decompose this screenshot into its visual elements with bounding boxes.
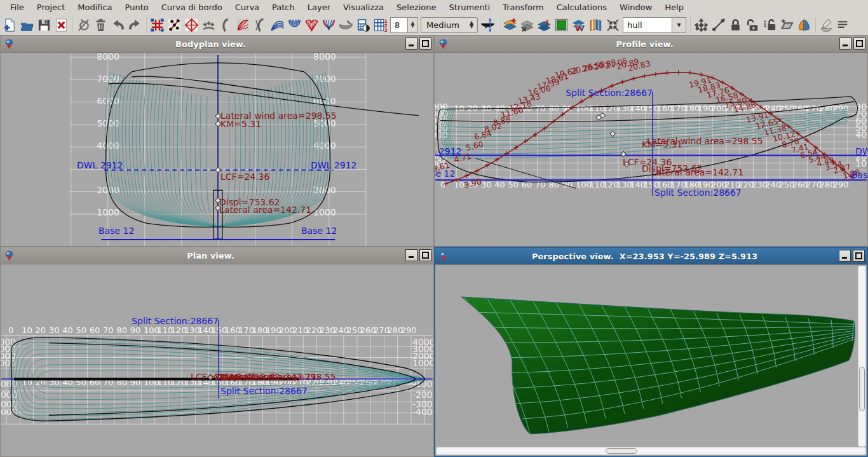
menu-curva-di-bordo[interactable]: Curva di bordo [155, 1, 229, 14]
bodyplan-titlebar[interactable]: Bodyplan view. [1, 36, 433, 53]
insert-edge-button[interactable] [710, 17, 727, 34]
shear-transform-button[interactable] [778, 17, 796, 34]
lock-points-icon [728, 18, 743, 32]
notes-partial-button[interactable] [835, 17, 852, 34]
minimize-button[interactable] [405, 249, 417, 261]
close-file-button[interactable] [53, 17, 70, 34]
layer-color-swatch-icon [554, 18, 569, 32]
layer-color-swatch-button[interactable] [553, 17, 570, 34]
show-buttocks-button[interactable] [217, 17, 234, 34]
combo-arrows-icon[interactable]: ▲▼ [466, 21, 477, 29]
reset-views-icon [606, 18, 620, 32]
new-file-button[interactable] [1, 17, 18, 34]
menu-project[interactable]: Project [31, 1, 71, 14]
lock-points-button[interactable] [727, 17, 744, 34]
minimize-button[interactable] [405, 38, 417, 50]
lcf-value: LCF=24.36 [220, 172, 269, 182]
svg-text:3: 3 [384, 27, 388, 32]
undo-button[interactable] [109, 17, 126, 34]
interior-edges-button[interactable] [149, 17, 166, 34]
menu-calculations[interactable]: Calculations [550, 1, 613, 14]
pin-icon [4, 250, 14, 261]
show-curvature-button[interactable] [234, 17, 252, 34]
deselect-all-button[interactable] [75, 17, 92, 34]
show-control-points-button[interactable] [166, 17, 183, 34]
move-point-button[interactable] [693, 17, 710, 34]
layer-add-button[interactable] [501, 17, 519, 34]
profile-titlebar[interactable]: Profile view. [435, 36, 867, 53]
active-layer-value[interactable]: hull [623, 17, 672, 33]
base-label-right: Base 12 [301, 226, 337, 236]
perspective-title: Perspective view. X=23.953 Y=-25.989 Z=5… [454, 252, 835, 261]
maximize-button[interactable] [419, 249, 431, 261]
show-waterlines-button[interactable] [252, 17, 269, 34]
layer-remove-button[interactable] [519, 17, 536, 34]
menu-window[interactable]: Window [613, 1, 658, 14]
show-control-net-icon [184, 18, 199, 32]
open-file-button[interactable] [18, 17, 36, 34]
perspective-titlebar[interactable]: Perspective view. X=23.953 Y=-25.989 Z=5… [435, 248, 867, 265]
spinner-buttons[interactable]: ▲▼ [408, 17, 418, 33]
toolbar-separator [815, 17, 816, 33]
precision-value[interactable]: Medium [421, 20, 466, 30]
menu-transform[interactable]: Transform [496, 1, 550, 14]
dwl-label-left: DWL 2912 [77, 160, 123, 170]
menu-punto[interactable]: Punto [119, 1, 155, 14]
chevron-down-icon[interactable]: ▼ [672, 17, 686, 33]
show-control-net-button[interactable] [183, 17, 200, 34]
show-wings-button[interactable] [303, 17, 320, 34]
menu-visualizza[interactable]: Visualizza [337, 1, 390, 14]
mirror-model-button[interactable] [796, 17, 813, 34]
minimize-button[interactable] [839, 250, 851, 262]
menu-strumenti[interactable]: Strumenti [443, 1, 497, 14]
delete-selection-button[interactable] [92, 17, 109, 34]
layer-properties-button[interactable]: i [536, 17, 553, 34]
subdivision-value[interactable]: 8 [390, 17, 408, 33]
shade-hull-button[interactable] [337, 17, 355, 34]
design-draft-button[interactable] [479, 17, 496, 34]
hydrostatics-calc-button[interactable] [355, 17, 372, 34]
show-buttocks-icon [219, 18, 233, 32]
layer-combo[interactable]: hull▼ [623, 17, 686, 33]
check-model-button[interactable] [818, 17, 835, 34]
layer-auto-group-button[interactable]: V [570, 17, 587, 34]
menu-selezione[interactable]: Selezione [390, 1, 443, 14]
plan-titlebar[interactable]: Plan view. [1, 247, 433, 264]
lateral-area-value: Lateral area=142.71 [219, 205, 311, 215]
lateral-wind-area-value: Lateral wind area=298.55 [220, 372, 336, 382]
grid-numbers-button[interactable]: 123 [372, 17, 389, 34]
window-panes-button[interactable] [587, 17, 604, 34]
km-value: KM=5.31 [642, 139, 682, 149]
precision-combo[interactable]: Medium▲▼ [421, 17, 478, 33]
window-bodyplan: Bodyplan view. 8000800070007000600060005… [0, 35, 434, 247]
plan-canvas[interactable]: 40004000300030002000200010001000-1000-10… [1, 264, 433, 456]
show-half-shell-button[interactable] [320, 17, 337, 34]
redo-button[interactable] [126, 17, 144, 34]
unlock-points-icon [745, 18, 760, 32]
reset-views-button[interactable] [604, 17, 621, 34]
save-file-button[interactable] [36, 17, 53, 34]
menu-help[interactable]: Help [658, 1, 690, 14]
perspective-canvas[interactable] [435, 265, 867, 456]
show-shell-curves-button[interactable] [286, 17, 303, 34]
bodyplan-canvas[interactable]: 8000800070007000600060005000500040004000… [1, 53, 433, 246]
menu-patch[interactable]: Patch [266, 1, 301, 14]
show-diagonals-fan-button[interactable] [269, 17, 286, 34]
pin-icon [439, 251, 449, 262]
menu-layer[interactable]: Layer [301, 1, 337, 14]
maximize-button[interactable] [853, 38, 865, 50]
profile-canvas[interactable]: 8000800070007000600060005000500040004000… [435, 53, 867, 246]
shear-transform-icon [780, 18, 794, 32]
menu-file[interactable]: File [4, 1, 31, 14]
menu-curva[interactable]: Curva [229, 1, 266, 14]
show-stations-icon [201, 18, 216, 32]
menu-modifica[interactable]: Modifica [71, 1, 118, 14]
perspective-coords: X=23.953 Y=-25.989 Z=5.913 [620, 252, 757, 261]
maximize-button[interactable] [419, 38, 431, 50]
maximize-button[interactable] [853, 250, 865, 262]
minimize-button[interactable] [839, 38, 851, 50]
subdivision-spinner[interactable]: 8▲▼ [390, 17, 418, 33]
unlock-points-button[interactable] [744, 17, 761, 34]
lock-all-points-button[interactable] [761, 17, 778, 34]
show-stations-button[interactable] [200, 17, 217, 34]
